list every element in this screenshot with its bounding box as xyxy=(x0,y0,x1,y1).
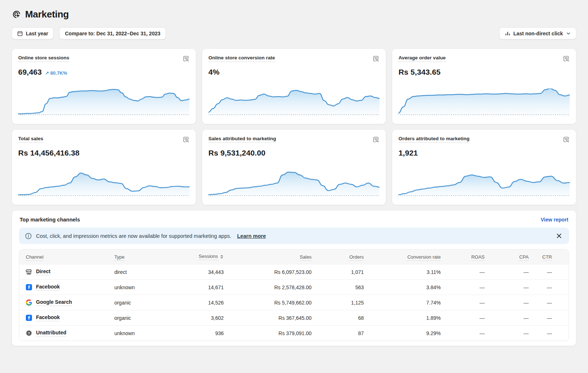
metric-card-online-store-sessions: Online store sessions 69,463 ↗ 80.7K% xyxy=(12,48,196,124)
banner-close-button[interactable] xyxy=(555,232,563,240)
storefront-icon xyxy=(26,269,32,275)
report-magnify-icon xyxy=(372,55,380,62)
attribution-model-label: Last non-direct click xyxy=(513,31,563,36)
page-title: Marketing xyxy=(25,9,69,20)
table-row-unattributed[interactable]: ? Unattributed unknown 936 Rs 379,091.00… xyxy=(19,325,569,341)
channel-name[interactable]: Facebook xyxy=(36,284,60,291)
metric-card-orders-attributed: Orders attributed to marketing 1,921 xyxy=(392,129,576,205)
facebook-icon xyxy=(26,315,32,321)
metric-cards-grid: Online store sessions 69,463 ↗ 80.7K% On… xyxy=(12,48,576,205)
channels-card-title: Top marketing channels xyxy=(20,217,80,223)
page-header: Marketing xyxy=(12,9,576,20)
sparkline-chart xyxy=(18,169,190,201)
channel-name[interactable]: Facebook xyxy=(36,314,60,321)
report-magnify-icon xyxy=(372,136,380,143)
metric-value: 1,921 xyxy=(398,149,418,157)
question-icon: ? xyxy=(26,330,32,336)
column-header-type[interactable]: Type xyxy=(110,250,170,264)
attribution-model-dropdown[interactable]: Last non-direct click xyxy=(499,27,576,40)
metric-title[interactable]: Average order value xyxy=(398,55,445,62)
metric-value: 69,463 xyxy=(18,68,42,76)
table-row-google-search[interactable]: Google Search organic 14,526 Rs 5,749,66… xyxy=(19,295,569,310)
report-magnify-icon xyxy=(563,136,570,143)
table-row-facebook-unknown[interactable]: Facebook unknown 14,671 Rs 2,578,428.00 … xyxy=(19,279,569,295)
column-header-roas[interactable]: ROAS xyxy=(445,250,489,264)
sparkline-chart xyxy=(208,89,380,120)
view-report-icon-button[interactable] xyxy=(372,135,380,144)
sort-icon xyxy=(220,255,224,259)
svg-text:?: ? xyxy=(28,331,30,335)
info-banner-text: Cost, click, and impression metrics are … xyxy=(36,233,231,239)
marketing-target-cursor-icon xyxy=(12,9,21,19)
column-header-conversion-rate[interactable]: Conversion rate xyxy=(368,250,445,264)
metric-card-total-sales: Total sales Rs 14,456,416.38 xyxy=(12,129,196,205)
compare-to-button[interactable]: Compare to: Dec 31, 2022–Dec 31, 2023 xyxy=(59,27,166,40)
channels-table: Channel Type Sessions xyxy=(19,249,569,341)
close-icon xyxy=(556,233,562,239)
report-magnify-icon xyxy=(182,55,190,62)
metric-title[interactable]: Sales attributed to marketing xyxy=(208,136,276,143)
date-range-button[interactable]: Last year xyxy=(12,27,53,40)
view-report-icon-button[interactable] xyxy=(562,54,571,63)
top-marketing-channels-card: Top marketing channels View report Cost,… xyxy=(12,210,576,346)
channel-name[interactable]: Unattributed xyxy=(36,330,66,337)
column-header-cpa[interactable]: CPA xyxy=(489,250,533,264)
info-banner: Cost, click, and impression metrics are … xyxy=(19,228,569,244)
column-header-sessions-sort[interactable]: Sessions xyxy=(170,250,228,264)
column-header-sales[interactable]: Sales xyxy=(228,250,316,264)
sparkline-chart xyxy=(398,89,570,120)
compare-to-label: Compare to: Dec 31, 2022–Dec 31, 2023 xyxy=(65,31,160,36)
marketing-page: Marketing Last year Compare to: Dec 31, … xyxy=(0,0,588,373)
toolbar-filters: Last year Compare to: Dec 31, 2022–Dec 3… xyxy=(12,27,166,40)
metric-value: Rs 5,343.65 xyxy=(398,68,441,76)
report-magnify-icon xyxy=(563,55,570,62)
column-header-ctr[interactable]: CTR xyxy=(533,250,569,264)
metric-card-conversion-rate: Online store conversion rate 4% xyxy=(202,48,386,124)
view-report-link[interactable]: View report xyxy=(541,217,568,223)
metric-value: Rs 9,531,240.00 xyxy=(208,149,266,157)
table-row-facebook-organic[interactable]: Facebook organic 3,602 Rs 367,645.00 68 … xyxy=(19,310,569,325)
table-header-row: Channel Type Sessions xyxy=(19,250,569,264)
metric-title[interactable]: Online store sessions xyxy=(18,55,69,62)
info-icon xyxy=(25,232,32,240)
view-report-icon-button[interactable] xyxy=(562,135,571,144)
google-icon xyxy=(26,299,32,306)
toolbar: Last year Compare to: Dec 31, 2022–Dec 3… xyxy=(12,27,576,40)
report-magnify-icon xyxy=(182,136,190,143)
view-report-icon-button[interactable] xyxy=(182,135,190,144)
bar-chart-icon xyxy=(505,31,510,36)
metric-title[interactable]: Total sales xyxy=(18,136,43,143)
chevron-down-icon xyxy=(566,31,571,36)
column-header-channel[interactable]: Channel xyxy=(19,250,110,264)
view-report-icon-button[interactable] xyxy=(372,54,380,63)
table-row-direct[interactable]: Direct direct 34,443 Rs 6,097,523.00 1,0… xyxy=(19,264,569,279)
calendar-icon xyxy=(17,31,23,36)
sparkline-chart xyxy=(18,89,190,120)
channel-name[interactable]: Direct xyxy=(36,268,51,275)
channel-name[interactable]: Google Search xyxy=(36,299,72,306)
date-range-label: Last year xyxy=(26,31,48,36)
sparkline-chart xyxy=(208,169,380,201)
view-report-icon-button[interactable] xyxy=(182,54,190,63)
learn-more-link[interactable]: Learn more xyxy=(237,233,266,239)
metric-card-sales-attributed: Sales attributed to marketing Rs 9,531,2… xyxy=(202,129,386,205)
metric-title[interactable]: Online store conversion rate xyxy=(208,55,275,62)
metric-value: 4% xyxy=(208,68,220,76)
metric-title[interactable]: Orders attributed to marketing xyxy=(398,136,469,143)
facebook-icon xyxy=(26,284,32,290)
column-header-orders[interactable]: Orders xyxy=(316,250,368,264)
metric-value: Rs 14,456,416.38 xyxy=(18,149,80,157)
metric-card-average-order-value: Average order value Rs 5,343.65 xyxy=(392,48,576,124)
sparkline-chart xyxy=(398,169,570,201)
metric-change-badge: ↗ 80.7K% xyxy=(45,70,67,76)
